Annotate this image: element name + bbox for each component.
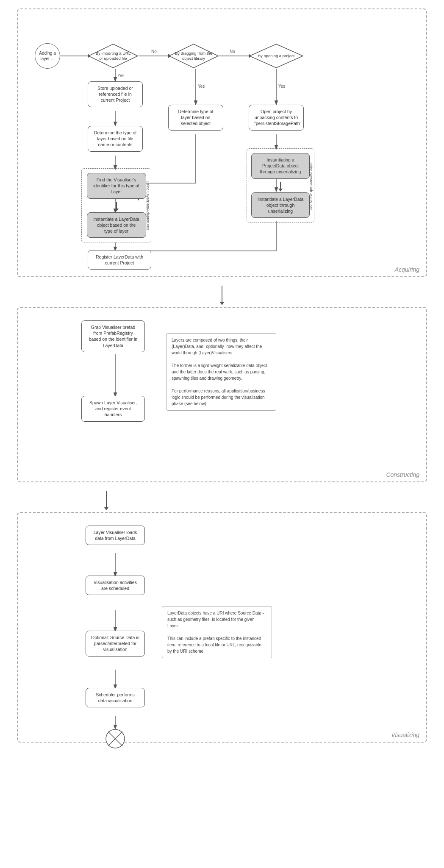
acquiring-label: Acquiring (395, 266, 419, 273)
register-label: Register LayerData with current Project (96, 254, 143, 265)
determine-box1: Determine the type of layer based on fil… (88, 126, 143, 152)
loads-box: Layer Visualiser loads data from LayerDa… (86, 526, 145, 545)
yes-label-2: Yes (198, 84, 205, 89)
diamond3-label: By opening a project (258, 53, 295, 58)
start-label: Adding a layer ... (37, 50, 58, 61)
diamond2-label: By dragging from the object library (174, 51, 213, 61)
open-label: Open project by unpacking contents to "p… (254, 109, 301, 126)
using-layer-label: Using LayerDataAdaptorData (146, 181, 150, 231)
spawn-box: Spawn Layer Visualiser, and register eve… (81, 396, 149, 422)
optional-label: Optional: Source Data is parsed/interpre… (91, 635, 139, 652)
inst-layer2-label: Instantiate a LayerData object through u… (258, 197, 304, 214)
using-newton-label: Using NewtonSoft JSON.net (309, 161, 313, 210)
determine-box2: Determine type of layer based on selecte… (168, 105, 223, 131)
store-box: Store uploaded or referenced file in cur… (88, 81, 143, 107)
diamond-drag: By dragging from the object library (168, 43, 219, 69)
scheduled-box: Visualisation activities are scheduled (86, 576, 145, 595)
det1-label: Determine the type of layer based on fil… (94, 130, 136, 147)
performs-box: Scheduler performs data visualisation (86, 688, 145, 707)
between-arrow-1 (17, 286, 427, 303)
yes-label-3: Yes (278, 84, 285, 89)
constructing-label: Constructing (386, 471, 419, 478)
visualizing-label: Visualizing (391, 732, 419, 738)
constructing-swimlane: Grab Visualiser prefab from PrefabRegist… (17, 307, 427, 482)
performs-label: Scheduler performs data visualisation (96, 692, 135, 703)
constructing-note-text: Layers are composed of two things: their… (166, 333, 276, 411)
visualizing-note: LayerData objects have a URI where Sourc… (162, 606, 280, 658)
constructing-note: Layers are composed of two things: their… (166, 333, 285, 411)
end-node (105, 728, 126, 749)
no-label-1: No (151, 49, 157, 54)
no-label-2: No (230, 49, 235, 54)
acquiring-swimlane: No No Yes Yes Yes (17, 8, 427, 277)
grab-box: Grab Visualiser prefab from PrefabRegist… (81, 320, 149, 352)
open-box: Open project by unpacking contents to "p… (249, 105, 304, 131)
start-node: Adding a layer ... (35, 43, 60, 69)
diamond-import: By importing a URL or uploaded file (88, 43, 139, 69)
yes-label-1: Yes (117, 73, 124, 78)
store-label: Store uploaded or referenced file in cur… (97, 86, 133, 103)
spawn-label: Spawn Layer Visualiser, and register eve… (89, 400, 137, 417)
grab-label: Grab Visualiser prefab from PrefabRegist… (89, 325, 137, 348)
between-arrow-2 (17, 491, 427, 508)
inst-layer-label: Instantiate a LayerData object based on … (93, 217, 139, 234)
dashed-group-left: Find the Visualiser's identifier for thi… (81, 168, 151, 242)
dashed-group-right: Instantiating a ProjectData object throu… (247, 148, 314, 223)
det2-label: Determine type of layer based on selecte… (178, 109, 214, 126)
visualizing-note-text: LayerData objects have a URI where Sourc… (162, 606, 272, 658)
diagram-container: No No Yes Yes Yes (0, 0, 444, 764)
visualizing-swimlane: Layer Visualiser loads data from LayerDa… (17, 512, 427, 743)
diamond-open: By opening a project (249, 43, 304, 69)
loads-label: Layer Visualiser loads data from LayerDa… (94, 530, 137, 541)
sched-label: Visualisation activities are scheduled (94, 580, 137, 591)
diamond1-label: By importing a URL or uploaded file (94, 51, 133, 61)
inst-proj-label: Instantiating a ProjectData object throu… (260, 157, 301, 174)
optional-box: Optional: Source Data is parsed/interpre… (86, 631, 145, 657)
register-box: Register LayerData with current Project (88, 250, 191, 270)
find-label: Find the Visualiser's identifier for thi… (93, 177, 139, 194)
